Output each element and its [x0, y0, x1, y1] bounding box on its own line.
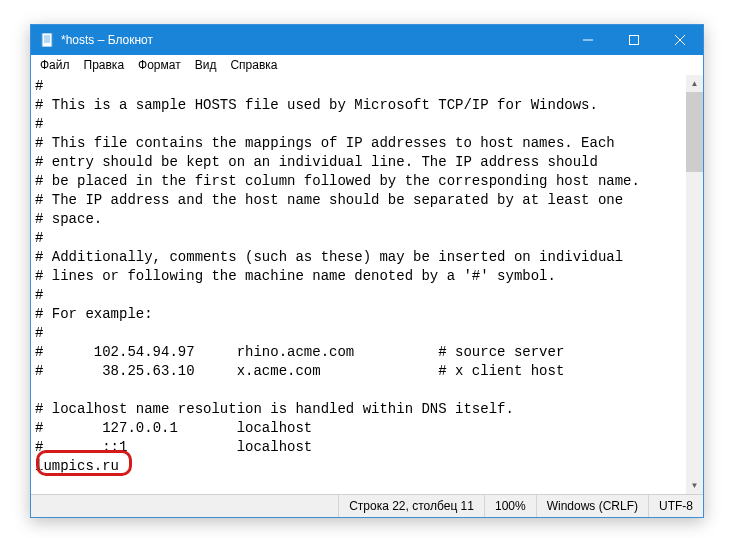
window-controls	[565, 25, 703, 55]
content-area: # # This is a sample HOSTS file used by …	[31, 75, 703, 494]
maximize-button[interactable]	[611, 25, 657, 55]
titlebar[interactable]: *hosts – Блокнот	[31, 25, 703, 55]
notepad-icon	[39, 32, 55, 48]
scroll-track[interactable]	[686, 92, 703, 477]
minimize-button[interactable]	[565, 25, 611, 55]
window-title: *hosts – Блокнот	[61, 33, 153, 47]
status-zoom: 100%	[484, 495, 536, 517]
vertical-scrollbar[interactable]: ▲ ▼	[686, 75, 703, 494]
svg-rect-6	[630, 36, 639, 45]
notepad-window: *hosts – Блокнот Файл Правка Формат Вид …	[30, 24, 704, 518]
close-button[interactable]	[657, 25, 703, 55]
scroll-down-button[interactable]: ▼	[686, 477, 703, 494]
menu-edit[interactable]: Правка	[77, 57, 132, 73]
scroll-up-button[interactable]: ▲	[686, 75, 703, 92]
text-editor[interactable]: # # This is a sample HOSTS file used by …	[31, 75, 686, 494]
scroll-thumb[interactable]	[686, 92, 703, 172]
status-position: Строка 22, столбец 11	[338, 495, 484, 517]
menubar: Файл Правка Формат Вид Справка	[31, 55, 703, 75]
menu-format[interactable]: Формат	[131, 57, 188, 73]
status-line-ending: Windows (CRLF)	[536, 495, 648, 517]
menu-file[interactable]: Файл	[33, 57, 77, 73]
menu-view[interactable]: Вид	[188, 57, 224, 73]
menu-help[interactable]: Справка	[223, 57, 284, 73]
status-encoding: UTF-8	[648, 495, 703, 517]
statusbar: Строка 22, столбец 11 100% Windows (CRLF…	[31, 494, 703, 517]
